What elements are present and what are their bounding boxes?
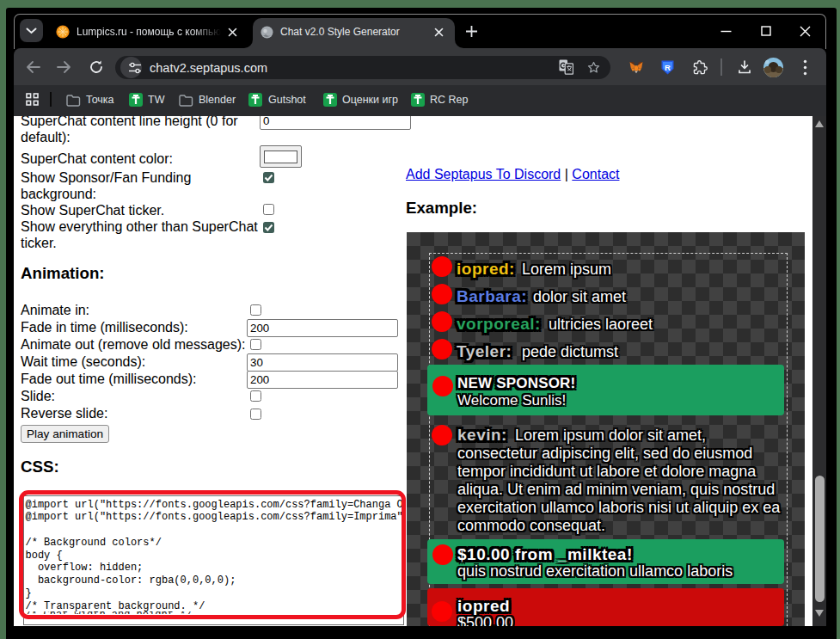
svg-text:R: R: [665, 63, 671, 72]
